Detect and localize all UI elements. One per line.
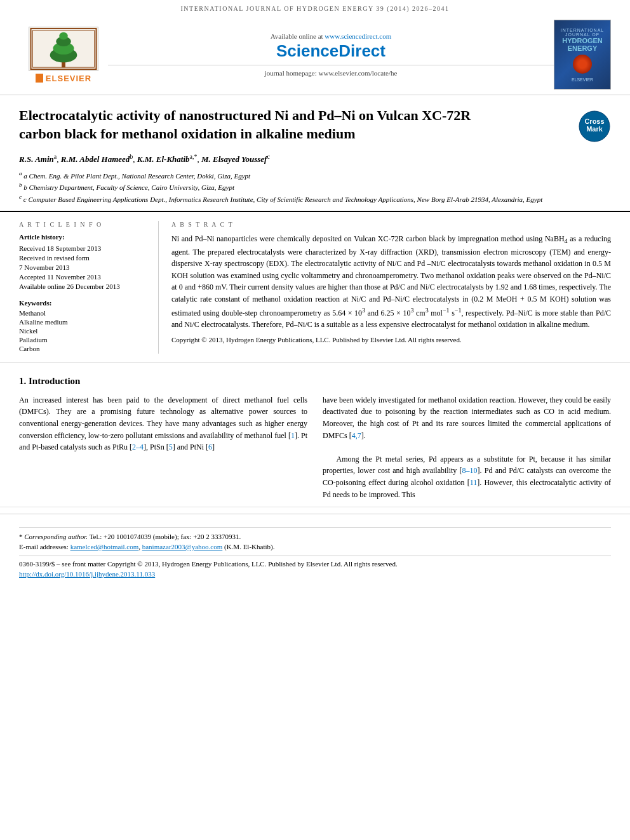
ref-4-7[interactable]: 4,7: [352, 431, 361, 440]
page-footer: * Corresponding author. Tel.: +20 100107…: [0, 514, 630, 587]
svg-point-5: [59, 32, 68, 39]
intro-right-column: have been widely investigated for methan…: [323, 394, 611, 500]
abstract-column: A B S T R A C T Ni and Pd–Ni nanoparticl…: [159, 221, 611, 354]
title-section: Electrocatalytic activity of nanostructu…: [0, 95, 630, 212]
received-date: Received 18 September 2013: [19, 244, 145, 252]
doi-line: http://dx.doi.org/10.1016/j.ijhydene.201…: [19, 570, 611, 578]
elsevier-name: ELSEVIER: [46, 74, 91, 83]
article-info-abstract-section: A R T I C L E I N F O Article history: R…: [0, 212, 630, 363]
introduction-section: 1. Introduction An increased interest ha…: [0, 363, 630, 507]
available-online-date: Available online 26 December 2013: [19, 283, 145, 290]
email-link-2[interactable]: banimazar2003@yahoo.com: [142, 543, 223, 550]
abstract-text: Ni and Pd–Ni nanoparticles were chemical…: [171, 233, 611, 331]
keyword-2: Alkaline medium: [19, 318, 145, 326]
journal-header: International Journal of Hydrogen Energy…: [0, 0, 630, 15]
svg-text:Mark: Mark: [586, 125, 603, 133]
history-label: Article history:: [19, 233, 145, 241]
keyword-4: Palladium: [19, 336, 145, 343]
ref-5[interactable]: 5: [169, 443, 173, 451]
article-info-heading: A R T I C L E I N F O: [19, 221, 145, 228]
accepted-date: Accepted 11 November 2013: [19, 273, 145, 281]
logo-row: ELSEVIER Available online at www.science…: [0, 15, 630, 95]
elsevier-bar-icon: [36, 74, 43, 83]
copyright-notice: Copyright © 2013, Hydrogen Energy Public…: [171, 336, 611, 343]
affiliations: a a Chem. Eng. & Pilot Plant Dept., Nati…: [19, 170, 611, 204]
elsevier-logo: ELSEVIER: [19, 27, 108, 83]
doi-link[interactable]: http://dx.doi.org/10.1016/j.ijhydene.201…: [19, 570, 155, 578]
ref-11[interactable]: 11: [470, 478, 478, 487]
article-title: Electrocatalytic activity of nanostructu…: [19, 107, 514, 143]
keyword-3: Nickel: [19, 327, 145, 335]
ref-6[interactable]: 6: [208, 443, 212, 451]
intro-section-title: 1. Introduction: [19, 376, 611, 387]
elsevier-brand: ELSEVIER: [36, 74, 91, 83]
svg-text:Cross: Cross: [584, 117, 604, 125]
article-info-column: A R T I C L E I N F O Article history: R…: [19, 221, 159, 354]
ref-1[interactable]: 1: [291, 431, 295, 440]
corresponding-author-note: * Corresponding author. Tel.: +20 100107…: [19, 533, 611, 540]
keyword-5: Carbon: [19, 345, 145, 352]
crossmark-badge[interactable]: Cross Mark: [578, 110, 611, 145]
received-revised-label: Received in revised form: [19, 254, 145, 262]
sciencedirect-url[interactable]: www.sciencedirect.com: [325, 32, 391, 40]
center-header-block: Available online at www.sciencedirect.co…: [108, 32, 554, 77]
elsevier-tree-image: [29, 27, 98, 71]
available-online-text: Available online at www.sciencedirect.co…: [108, 32, 554, 40]
intro-left-column: An increased interest has been paid to t…: [19, 394, 307, 500]
ref-8-10[interactable]: 8–10: [462, 466, 478, 475]
affiliation-c: c c Computer Based Engineering Applicati…: [19, 193, 611, 204]
email-link-1[interactable]: kamelced@hotmail.com: [70, 543, 139, 550]
journal-cover-image: INTERNATIONAL JOURNAL OF HYDROGEN ENERGY…: [554, 20, 611, 90]
email-footnote: E-mail addresses: kamelced@hotmail.com, …: [19, 543, 611, 550]
sciencedirect-logo[interactable]: ScienceDirect: [108, 41, 554, 61]
cover-circle-icon: [573, 55, 592, 74]
ref-2-4[interactable]: 2–4: [132, 443, 144, 451]
affiliation-a: a a Chem. Eng. & Pilot Plant Dept., Nati…: [19, 170, 611, 181]
intro-text-columns: An increased interest has been paid to t…: [19, 394, 611, 500]
issn-copyright: 0360-3199/$ – see front matter Copyright…: [19, 560, 611, 568]
authors-line: R.S. Amina, R.M. Abdel Hameedb, K.M. El-…: [19, 153, 611, 164]
journal-homepage: journal homepage: www.elsevier.com/locat…: [108, 65, 554, 77]
keyword-1: Methanol: [19, 309, 145, 317]
keywords-label: Keywords:: [19, 299, 145, 307]
received-revised-date: 7 November 2013: [19, 263, 145, 271]
affiliation-b: b b Chemistry Department, Faculty of Sci…: [19, 181, 611, 192]
bottom-bar: 0360-3199/$ – see front matter Copyright…: [19, 556, 611, 578]
abstract-heading: A B S T R A C T: [171, 221, 611, 228]
